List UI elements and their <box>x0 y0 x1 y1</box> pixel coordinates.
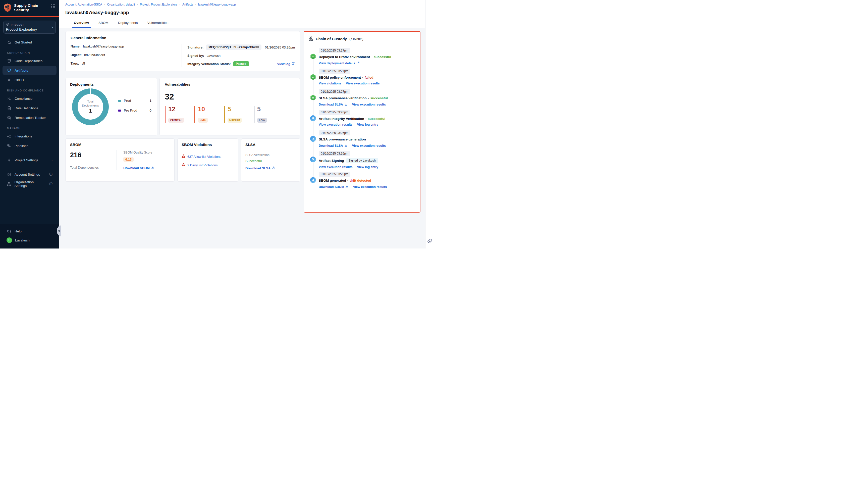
infinity-icon: ∞ <box>6 78 12 82</box>
breadcrumb-separator-icon: › <box>195 3 196 6</box>
event-timestamp: 01/16/2025 03:27pm <box>319 89 350 94</box>
sidebar-item-project-settings[interactable]: Project Settings › <box>2 156 57 165</box>
sidebar-item-compliance[interactable]: Compliance <box>2 94 57 103</box>
sidebar-item-remediation-tracker[interactable]: Remediation Tracker <box>2 113 57 122</box>
event-title: SLSA provenance verification <box>319 96 367 100</box>
external-link-icon <box>357 61 360 66</box>
view-execution-results-link[interactable]: View execution results <box>319 123 353 126</box>
card-title: SLSA <box>245 142 296 147</box>
avatar: L <box>6 238 12 243</box>
breadcrumb-separator-icon: › <box>104 3 105 6</box>
sidebar-item-help[interactable]: ? Help <box>2 227 57 236</box>
project-cube-icon <box>6 23 9 27</box>
view-deployment-details-link[interactable]: View deployment details <box>319 61 355 65</box>
severity-low: 5 LOW <box>254 106 283 123</box>
download-slsa-link[interactable]: Download SLSA <box>245 166 271 170</box>
tab-deployments[interactable]: Deployments <box>117 18 139 28</box>
sidebar-item-account-settings[interactable]: Account Settings ⓘ <box>2 170 57 179</box>
breadcrumb-artifacts[interactable]: Artifacts <box>182 3 193 6</box>
sbom-total-dependencies: 216 <box>70 151 117 159</box>
sidebar-item-get-started[interactable]: Get Started <box>2 38 57 47</box>
event-title: Deployed to Prod2 environment <box>319 55 370 59</box>
preprod-swatch <box>118 110 121 112</box>
event-timestamp: 01/16/2025 03:26pm <box>319 110 350 115</box>
download-sbom-link[interactable]: Download SBOM <box>319 185 344 189</box>
sidebar: Supply Chain Security PROJECT <box>0 0 59 248</box>
event-status: failed <box>365 76 374 80</box>
download-slsa-link[interactable]: Download SLSA <box>319 144 343 147</box>
project-name: Product Exploratory <box>6 27 52 31</box>
event-timestamp: 01/16/2025 03:25pm <box>319 172 350 176</box>
integrations-icon <box>6 134 12 139</box>
view-execution-results-link[interactable]: View execution results <box>352 103 386 106</box>
info-icon[interactable]: ⓘ <box>49 172 53 176</box>
user-menu[interactable]: L Lavakush <box>2 236 57 244</box>
project-label: PROJECT <box>11 23 24 26</box>
signature-label: Signature: <box>187 45 203 49</box>
events-count: (7 events) <box>349 37 363 41</box>
name-label: Name: <box>71 44 81 48</box>
sidebar-header: Supply Chain Security <box>0 0 59 16</box>
info-icon[interactable]: ⓘ <box>49 182 53 186</box>
feedback-chat-icon[interactable] <box>427 238 433 244</box>
page-header: Account: Automation-SSCA › Organization:… <box>59 0 425 18</box>
view-log-link[interactable]: View log <box>277 62 291 66</box>
deployments-legend: Prod 1 Pre Prod 0 <box>118 95 151 118</box>
module-grid-icon[interactable] <box>51 4 56 10</box>
custody-event: ∞ 01/16/2025 03:27pm SBOM policy enforce… <box>310 69 416 89</box>
view-execution-results-link[interactable]: View execution results <box>346 82 380 85</box>
allow-list-violations-link[interactable]: 637 Allow list Violations <box>187 155 221 158</box>
view-log-entry-link[interactable]: View log entry <box>357 165 378 169</box>
download-slsa-link[interactable]: Download SLSA <box>319 103 343 106</box>
download-icon <box>344 102 348 107</box>
view-log-entry-link[interactable]: View log entry <box>357 123 378 126</box>
tab-vulnerabilities[interactable]: Vulnerabilities <box>147 18 169 28</box>
view-execution-results-link[interactable]: View execution results <box>353 185 387 189</box>
view-violations-link[interactable]: View violations <box>319 82 341 85</box>
sidebar-item-cicd[interactable]: ∞ CI/CD <box>2 75 57 84</box>
scan-magnifier-icon <box>310 177 316 183</box>
custody-event: 01/16/2025 03:26pm SLSA provenance gener… <box>310 130 416 151</box>
sidebar-item-pipelines[interactable]: Pipelines <box>2 141 57 150</box>
app-window: Supply Chain Security PROJECT <box>0 0 434 248</box>
section-manage: MANAGE <box>0 123 59 131</box>
sidebar-item-integrations[interactable]: Integrations <box>2 132 57 141</box>
sidebar-item-code-repositories[interactable]: Code Repositories <box>2 56 57 65</box>
download-icon <box>345 185 349 189</box>
document-search-icon <box>6 97 12 101</box>
custody-event: ∞ 01/16/2025 03:27pm SLSA provenance ver… <box>310 89 416 110</box>
event-title: SBOM generated <box>319 179 346 182</box>
event-timestamp: 01/16/2025 03:26pm <box>319 151 350 156</box>
sidebar-item-rule-definitions[interactable]: Rule Definitions <box>2 103 57 113</box>
sidebar-item-organization-settings[interactable]: Organization Settings ⓘ <box>2 180 57 188</box>
deny-list-violations-link[interactable]: 2 Deny list Violations <box>187 163 217 167</box>
tags-label: Tags: <box>71 61 79 65</box>
artifacts-cube-icon <box>6 68 12 73</box>
general-information-card: General Information Name: lavakush07/eas… <box>65 31 300 71</box>
digest-label: Digest: <box>71 53 82 57</box>
sidebar-item-artifacts[interactable]: Artifacts <box>2 66 57 75</box>
breadcrumb-organization[interactable]: Organization: default <box>107 3 135 6</box>
project-selector[interactable]: PROJECT Product Exploratory › <box>3 20 56 34</box>
severity-medium: 5 MEDIUM <box>224 106 254 123</box>
section-supply-chain: SUPPLY CHAIN <box>0 47 59 56</box>
legend-item-prod: Prod 1 <box>118 99 151 102</box>
view-execution-results-link[interactable]: View execution results <box>319 165 353 169</box>
download-sbom-link[interactable]: Download SBOM <box>123 166 150 170</box>
view-execution-results-link[interactable]: View execution results <box>352 144 386 147</box>
tab-overview[interactable]: Overview <box>73 18 89 28</box>
deployments-card: Deployments Total Deployments 1 <box>65 78 157 136</box>
tab-sbom[interactable]: SBOM <box>98 18 109 28</box>
breadcrumb-artifact-name[interactable]: lavakush07/easy-buggy-app <box>198 3 236 6</box>
breadcrumb-separator-icon: › <box>179 3 180 6</box>
custody-event: 01/16/2025 03:26pm Artifact Integrity Ve… <box>310 110 416 130</box>
breadcrumb-project[interactable]: Project: Product Exploratory <box>140 3 177 6</box>
custody-event: 01/16/2025 03:26pm Artifact Signing Sign… <box>310 151 416 172</box>
breadcrumb-account[interactable]: Account: Automation-SSCA <box>65 3 102 6</box>
chain-of-custody-icon <box>309 36 314 42</box>
slsa-verification-label: SLSA Verification <box>245 153 296 157</box>
slsa-card: SLSA SLSA Verification Successful Downlo… <box>241 139 300 182</box>
divider <box>182 44 182 67</box>
pipelines-icon <box>6 144 12 148</box>
donut-center-value: 1 <box>89 108 92 114</box>
